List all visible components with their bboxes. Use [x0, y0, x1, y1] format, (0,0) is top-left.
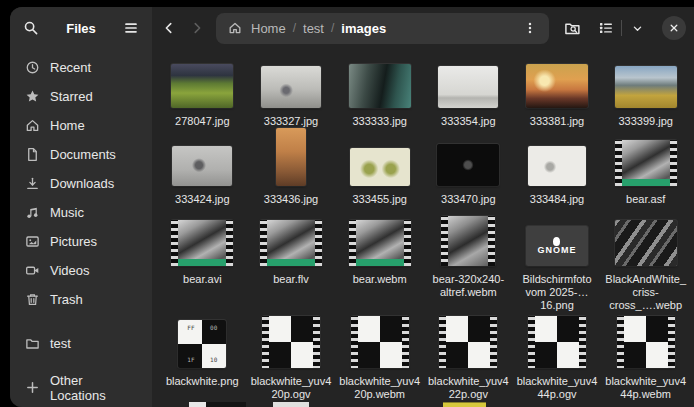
breadcrumb-separator: /	[326, 21, 339, 35]
checker-label: 00	[210, 325, 217, 331]
hamburger-menu-icon	[123, 20, 139, 36]
file-item[interactable]: blackwhite_yuv444p.ogv	[513, 318, 602, 402]
file-item[interactable]: GNOME Bildschirmfoto vom 2025-…16.png	[513, 216, 602, 318]
file-item[interactable]: 333484.jpg	[513, 136, 602, 216]
search-button[interactable]	[18, 15, 44, 41]
sidebar-item-music[interactable]: Music	[16, 198, 146, 227]
file-item[interactable]: 333354.jpg	[424, 58, 513, 136]
file-item[interactable]: bear.webm	[335, 216, 424, 318]
main-menu-button[interactable]	[118, 15, 144, 41]
checker-label: 10	[210, 357, 217, 363]
file-item[interactable]: 333399.jpg	[601, 58, 690, 136]
file-item[interactable]: bear-320x240-altref.webm	[424, 216, 513, 318]
checker-label: 1F	[187, 357, 194, 363]
image-thumbnail	[438, 66, 498, 108]
file-name: 333327.jpg	[264, 115, 318, 128]
sidebar: Files Recent Starred Home Doc	[10, 7, 152, 407]
view-switcher-divider	[621, 20, 622, 36]
file-item[interactable]: bear.asf	[601, 136, 690, 216]
sidebar-item-other-locations[interactable]: Other Locations	[16, 373, 146, 402]
video-thumbnail	[615, 140, 677, 186]
breadcrumb-segment-home[interactable]: Home	[249, 21, 288, 36]
image-thumbnail	[615, 66, 677, 108]
file-name: 333333.jpg	[352, 115, 406, 128]
file-item[interactable]: blackwhite_yuv420p.webm	[335, 318, 424, 402]
trash-icon	[24, 292, 40, 308]
home-icon	[228, 21, 242, 35]
sidebar-item-label: Home	[50, 118, 85, 133]
partial-thumbnail[interactable]	[443, 402, 486, 407]
list-view-icon	[598, 20, 614, 36]
file-item[interactable]: bear.avi	[158, 216, 247, 318]
breadcrumb-segment-test[interactable]: test	[301, 21, 326, 36]
image-thumbnail	[350, 148, 410, 186]
sidebar-item-test[interactable]: test	[16, 329, 146, 358]
video-thumbnail	[439, 316, 497, 368]
file-name: 333424.jpg	[175, 193, 229, 206]
kebab-menu-icon	[523, 21, 537, 35]
file-item[interactable]: 333424.jpg	[158, 136, 247, 216]
image-thumbnail	[261, 66, 321, 108]
sidebar-item-label: Documents	[50, 147, 116, 162]
file-name: BlackAndWhite_criss-cross_….webp	[603, 273, 688, 312]
sidebar-item-label: Videos	[50, 263, 90, 278]
sidebar-item-home[interactable]: Home	[16, 111, 146, 140]
forward-button[interactable]	[184, 15, 210, 41]
chevron-left-icon	[162, 21, 176, 35]
breadcrumb-segment-images[interactable]: images	[339, 21, 388, 36]
file-name: blackwhite_yuv444p.webm	[603, 375, 688, 401]
folder-search-icon	[564, 20, 581, 37]
path-menu-button[interactable]	[517, 15, 543, 41]
file-name: blackwhite.png	[166, 375, 239, 388]
sidebar-item-downloads[interactable]: Downloads	[16, 169, 146, 198]
sidebar-item-recent[interactable]: Recent	[16, 53, 146, 82]
image-thumbnail	[437, 144, 499, 186]
file-name: 333354.jpg	[441, 115, 495, 128]
sidebar-item-videos[interactable]: Videos	[16, 256, 146, 285]
star-icon	[24, 89, 40, 105]
close-window-button[interactable]	[662, 16, 686, 40]
sidebar-item-label: Recent	[50, 60, 91, 75]
file-item[interactable]: 333455.jpg	[335, 136, 424, 216]
file-item[interactable]: 278047.jpg	[158, 58, 247, 136]
file-item[interactable]: 333333.jpg	[335, 58, 424, 136]
file-item[interactable]: blackwhite_yuv420p.ogv	[247, 318, 336, 402]
file-name: bear.avi	[183, 273, 222, 286]
file-item[interactable]: bear.flv	[247, 216, 336, 318]
file-item[interactable]: blackwhite_yuv444p.webm	[601, 318, 690, 402]
file-browser-content: 278047.jpg 333327.jpg 333333.jpg 333354.…	[152, 49, 694, 407]
partial-thumbnail[interactable]	[273, 402, 309, 407]
sidebar-item-trash[interactable]: Trash	[16, 285, 146, 314]
video-thumbnail	[349, 220, 411, 266]
screenshot-thumbnail: GNOME	[526, 226, 588, 266]
file-name: 333381.jpg	[530, 115, 584, 128]
download-icon	[24, 176, 40, 192]
sidebar-item-label: Trash	[50, 292, 83, 307]
file-item[interactable]: blackwhite_yuv422p.ogv	[424, 318, 513, 402]
file-item[interactable]: 333436.jpg	[247, 136, 336, 216]
plus-icon	[24, 380, 40, 396]
partial-thumbnail[interactable]	[189, 402, 246, 407]
sidebar-item-pictures[interactable]: Pictures	[16, 227, 146, 256]
file-item[interactable]: 333381.jpg	[513, 58, 602, 136]
sidebar-item-documents[interactable]: Documents	[16, 140, 146, 169]
file-name: blackwhite_yuv420p.webm	[337, 375, 422, 401]
file-item[interactable]: 333470.jpg	[424, 136, 513, 216]
sidebar-item-starred[interactable]: Starred	[16, 82, 146, 111]
file-item[interactable]: BlackAndWhite_criss-cross_….webp	[601, 216, 690, 318]
sidebar-item-label: Music	[50, 205, 84, 220]
list-view-button[interactable]	[593, 15, 619, 41]
file-grid: 278047.jpg 333327.jpg 333333.jpg 333354.…	[152, 49, 694, 402]
video-thumbnail	[351, 316, 409, 368]
file-item[interactable]: 333327.jpg	[247, 58, 336, 136]
back-button[interactable]	[156, 15, 182, 41]
file-name: bear.flv	[273, 273, 308, 286]
file-item[interactable]: FF 00 1F 10 blackwhite.png	[158, 318, 247, 402]
clock-icon	[24, 60, 40, 76]
view-switcher	[593, 15, 650, 41]
search-folder-button[interactable]	[559, 15, 585, 41]
view-options-button[interactable]	[624, 15, 650, 41]
path-bar[interactable]: Home / test / images	[216, 13, 549, 44]
close-icon	[669, 23, 679, 33]
sidebar-gap	[16, 358, 146, 373]
